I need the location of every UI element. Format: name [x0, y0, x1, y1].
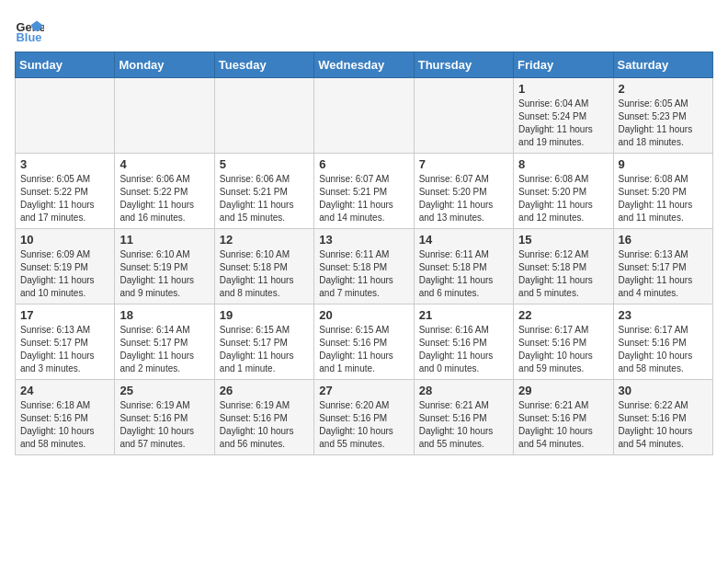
day-info: Sunrise: 6:07 AMSunset: 5:21 PMDaylight:… [319, 173, 408, 224]
weekday-header-saturday: Saturday [613, 52, 712, 78]
day-number: 15 [518, 233, 608, 247]
calendar-cell [16, 78, 115, 154]
weekday-header-monday: Monday [115, 52, 214, 78]
day-number: 25 [119, 384, 209, 397]
calendar-cell: 27Sunrise: 6:20 AMSunset: 5:16 PMDayligh… [314, 380, 414, 455]
calendar-cell: 17Sunrise: 6:13 AMSunset: 5:17 PMDayligh… [16, 304, 115, 380]
logo[interactable]: General Blue [15, 15, 48, 44]
weekday-header-wednesday: Wednesday [314, 52, 414, 78]
calendar-cell: 6Sunrise: 6:07 AMSunset: 5:21 PMDaylight… [314, 154, 414, 229]
day-number: 17 [20, 308, 109, 322]
calendar-cell: 10Sunrise: 6:09 AMSunset: 5:19 PMDayligh… [16, 229, 115, 304]
calendar-cell: 30Sunrise: 6:22 AMSunset: 5:16 PMDayligh… [613, 380, 712, 455]
day-number: 3 [20, 157, 109, 171]
day-info: Sunrise: 6:16 AMSunset: 5:16 PMDaylight:… [419, 324, 508, 375]
day-info: Sunrise: 6:19 AMSunset: 5:16 PMDaylight:… [119, 399, 209, 451]
day-info: Sunrise: 6:21 AMSunset: 5:16 PMDaylight:… [518, 399, 608, 451]
day-info: Sunrise: 6:10 AMSunset: 5:18 PMDaylight:… [220, 248, 309, 300]
day-info: Sunrise: 6:10 AMSunset: 5:19 PMDaylight:… [119, 248, 209, 300]
day-number: 20 [319, 308, 408, 322]
calendar-cell [314, 78, 414, 154]
day-number: 9 [619, 157, 708, 171]
day-number: 2 [619, 82, 708, 96]
day-number: 18 [119, 308, 209, 322]
day-info: Sunrise: 6:12 AMSunset: 5:18 PMDaylight:… [518, 248, 608, 300]
day-info: Sunrise: 6:11 AMSunset: 5:18 PMDaylight:… [419, 248, 508, 300]
svg-text:Blue: Blue [17, 30, 42, 44]
day-number: 6 [319, 157, 408, 171]
day-info: Sunrise: 6:13 AMSunset: 5:17 PMDaylight:… [20, 324, 109, 375]
calendar-table: SundayMondayTuesdayWednesdayThursdayFrid… [15, 52, 713, 455]
day-info: Sunrise: 6:13 AMSunset: 5:17 PMDaylight:… [619, 248, 708, 300]
calendar-cell: 11Sunrise: 6:10 AMSunset: 5:19 PMDayligh… [115, 229, 214, 304]
day-number: 28 [419, 384, 508, 397]
calendar-cell: 20Sunrise: 6:15 AMSunset: 5:16 PMDayligh… [314, 304, 414, 380]
day-number: 5 [220, 157, 309, 171]
day-info: Sunrise: 6:18 AMSunset: 5:16 PMDaylight:… [20, 399, 109, 451]
day-info: Sunrise: 6:08 AMSunset: 5:20 PMDaylight:… [619, 173, 708, 224]
day-number: 10 [20, 233, 109, 247]
day-number: 22 [518, 308, 608, 322]
calendar-cell: 13Sunrise: 6:11 AMSunset: 5:18 PMDayligh… [314, 229, 414, 304]
day-number: 30 [619, 384, 708, 397]
calendar-cell [414, 78, 513, 154]
day-info: Sunrise: 6:20 AMSunset: 5:16 PMDaylight:… [319, 399, 408, 451]
day-number: 8 [518, 157, 608, 171]
day-number: 16 [619, 233, 708, 247]
calendar-cell: 21Sunrise: 6:16 AMSunset: 5:16 PMDayligh… [414, 304, 513, 380]
day-info: Sunrise: 6:14 AMSunset: 5:17 PMDaylight:… [119, 324, 209, 375]
calendar-cell: 25Sunrise: 6:19 AMSunset: 5:16 PMDayligh… [115, 380, 214, 455]
day-info: Sunrise: 6:05 AMSunset: 5:23 PMDaylight:… [619, 98, 708, 149]
calendar-cell: 29Sunrise: 6:21 AMSunset: 5:16 PMDayligh… [514, 380, 613, 455]
day-number: 13 [319, 233, 408, 247]
calendar-cell: 7Sunrise: 6:07 AMSunset: 5:20 PMDaylight… [414, 154, 513, 229]
calendar-cell: 26Sunrise: 6:19 AMSunset: 5:16 PMDayligh… [214, 380, 313, 455]
day-info: Sunrise: 6:06 AMSunset: 5:21 PMDaylight:… [220, 173, 309, 224]
day-number: 11 [119, 233, 209, 247]
calendar-cell: 9Sunrise: 6:08 AMSunset: 5:20 PMDaylight… [613, 154, 712, 229]
calendar-cell: 1Sunrise: 6:04 AMSunset: 5:24 PMDaylight… [514, 78, 613, 154]
calendar-cell: 2Sunrise: 6:05 AMSunset: 5:23 PMDaylight… [613, 78, 712, 154]
day-info: Sunrise: 6:17 AMSunset: 5:16 PMDaylight:… [518, 324, 608, 375]
day-number: 7 [419, 157, 508, 171]
day-number: 23 [619, 308, 708, 322]
day-number: 26 [220, 384, 309, 397]
day-number: 21 [419, 308, 508, 322]
calendar-cell: 18Sunrise: 6:14 AMSunset: 5:17 PMDayligh… [115, 304, 214, 380]
calendar-cell [214, 78, 313, 154]
day-info: Sunrise: 6:19 AMSunset: 5:16 PMDaylight:… [220, 399, 309, 451]
weekday-header-sunday: Sunday [16, 52, 115, 78]
day-info: Sunrise: 6:11 AMSunset: 5:18 PMDaylight:… [319, 248, 408, 300]
calendar-cell: 3Sunrise: 6:05 AMSunset: 5:22 PMDaylight… [16, 154, 115, 229]
calendar-week-row: 24Sunrise: 6:18 AMSunset: 5:16 PMDayligh… [16, 380, 713, 455]
day-info: Sunrise: 6:08 AMSunset: 5:20 PMDaylight:… [518, 173, 608, 224]
day-number: 24 [20, 384, 109, 397]
calendar-cell: 12Sunrise: 6:10 AMSunset: 5:18 PMDayligh… [214, 229, 313, 304]
calendar-cell: 16Sunrise: 6:13 AMSunset: 5:17 PMDayligh… [613, 229, 712, 304]
page-header: General Blue [15, 15, 713, 44]
day-number: 29 [518, 384, 608, 397]
weekday-header-friday: Friday [514, 52, 613, 78]
day-number: 27 [319, 384, 408, 397]
day-info: Sunrise: 6:09 AMSunset: 5:19 PMDaylight:… [20, 248, 109, 300]
calendar-cell: 15Sunrise: 6:12 AMSunset: 5:18 PMDayligh… [514, 229, 613, 304]
calendar-cell: 28Sunrise: 6:21 AMSunset: 5:16 PMDayligh… [414, 380, 513, 455]
calendar-cell: 23Sunrise: 6:17 AMSunset: 5:16 PMDayligh… [613, 304, 712, 380]
day-number: 1 [518, 82, 608, 96]
calendar-cell [115, 78, 214, 154]
day-info: Sunrise: 6:21 AMSunset: 5:16 PMDaylight:… [419, 399, 508, 451]
calendar-week-row: 17Sunrise: 6:13 AMSunset: 5:17 PMDayligh… [16, 304, 713, 380]
day-number: 4 [119, 157, 209, 171]
calendar-week-row: 3Sunrise: 6:05 AMSunset: 5:22 PMDaylight… [16, 154, 713, 229]
day-info: Sunrise: 6:15 AMSunset: 5:17 PMDaylight:… [220, 324, 309, 375]
day-info: Sunrise: 6:06 AMSunset: 5:22 PMDaylight:… [119, 173, 209, 224]
weekday-header-thursday: Thursday [414, 52, 513, 78]
calendar-week-row: 10Sunrise: 6:09 AMSunset: 5:19 PMDayligh… [16, 229, 713, 304]
calendar-cell: 22Sunrise: 6:17 AMSunset: 5:16 PMDayligh… [514, 304, 613, 380]
day-info: Sunrise: 6:22 AMSunset: 5:16 PMDaylight:… [619, 399, 708, 451]
weekday-header-tuesday: Tuesday [214, 52, 313, 78]
calendar-cell: 14Sunrise: 6:11 AMSunset: 5:18 PMDayligh… [414, 229, 513, 304]
calendar-cell: 5Sunrise: 6:06 AMSunset: 5:21 PMDaylight… [214, 154, 313, 229]
day-number: 19 [220, 308, 309, 322]
day-number: 12 [220, 233, 309, 247]
